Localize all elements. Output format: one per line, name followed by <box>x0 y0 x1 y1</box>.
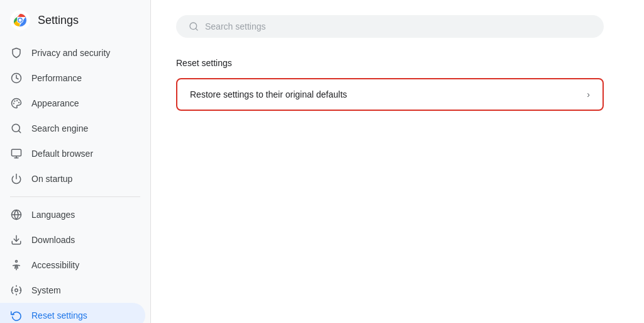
svg-point-8 <box>14 101 15 101</box>
app-title: Settings <box>38 14 79 27</box>
sidebar-item-label-performance: Performance <box>31 73 82 83</box>
svg-rect-12 <box>12 149 21 156</box>
sidebar: Settings Privacy and security Performanc… <box>0 0 151 323</box>
sidebar-item-default-browser[interactable]: Default browser <box>0 141 145 166</box>
sidebar-item-label-downloads: Downloads <box>31 235 75 245</box>
sidebar-divider-1 <box>10 196 140 197</box>
system-icon <box>10 284 23 297</box>
shield-icon <box>10 47 23 59</box>
sidebar-item-on-startup[interactable]: On startup <box>0 166 145 191</box>
search-bar-container: Search settings <box>176 15 619 38</box>
search-bar[interactable]: Search settings <box>176 15 604 38</box>
appearance-icon <box>10 97 23 110</box>
chrome-logo-icon <box>10 10 30 30</box>
sidebar-item-label-reset: Reset settings <box>31 310 87 320</box>
on-startup-icon <box>10 173 23 185</box>
default-browser-icon <box>10 147 23 160</box>
sidebar-item-label-privacy: Privacy and security <box>31 48 110 58</box>
sidebar-nav: Privacy and security Performance Appeara… <box>0 38 150 323</box>
sidebar-item-performance[interactable]: Performance <box>0 65 145 91</box>
svg-line-23 <box>196 28 197 30</box>
sidebar-item-label-browser: Default browser <box>31 149 93 159</box>
downloads-icon <box>10 234 23 246</box>
svg-point-6 <box>17 101 18 101</box>
sidebar-item-label-languages: Languages <box>31 210 75 220</box>
search-bar-icon <box>189 21 199 31</box>
sidebar-item-privacy-security[interactable]: Privacy and security <box>0 40 145 65</box>
sidebar-item-search-engine[interactable]: Search engine <box>0 116 145 141</box>
restore-defaults-label: Restore settings to their original defau… <box>190 89 347 99</box>
accessibility-icon <box>10 259 23 271</box>
svg-point-9 <box>14 103 14 104</box>
svg-point-21 <box>15 289 18 292</box>
svg-point-7 <box>19 103 19 103</box>
sidebar-item-accessibility[interactable]: Accessibility <box>0 252 145 278</box>
sidebar-item-label-startup: On startup <box>31 174 72 184</box>
languages-icon <box>10 208 23 221</box>
sidebar-item-reset-settings[interactable]: Reset settings <box>0 303 145 323</box>
sidebar-item-languages[interactable]: Languages <box>0 202 145 227</box>
sidebar-header: Settings <box>0 0 150 38</box>
search-engine-icon <box>10 122 23 135</box>
sidebar-item-appearance[interactable]: Appearance <box>0 91 145 116</box>
section-title: Reset settings <box>176 58 619 68</box>
sidebar-item-label-search: Search engine <box>31 123 88 133</box>
sidebar-item-system[interactable]: System <box>0 278 145 303</box>
performance-icon <box>10 72 23 84</box>
sidebar-item-label-accessibility: Accessibility <box>31 260 79 270</box>
svg-line-11 <box>18 130 20 132</box>
reset-settings-icon <box>10 309 23 322</box>
main-content: Search settings Reset settings Restore s… <box>151 0 644 323</box>
svg-point-19 <box>16 261 18 263</box>
sidebar-item-label-system: System <box>31 285 61 295</box>
chevron-right-icon: › <box>587 89 590 99</box>
restore-defaults-button[interactable]: Restore settings to their original defau… <box>176 78 604 111</box>
svg-point-4 <box>19 19 22 22</box>
sidebar-item-label-appearance: Appearance <box>31 98 79 108</box>
sidebar-item-downloads[interactable]: Downloads <box>0 227 145 252</box>
search-placeholder: Search settings <box>205 21 266 31</box>
